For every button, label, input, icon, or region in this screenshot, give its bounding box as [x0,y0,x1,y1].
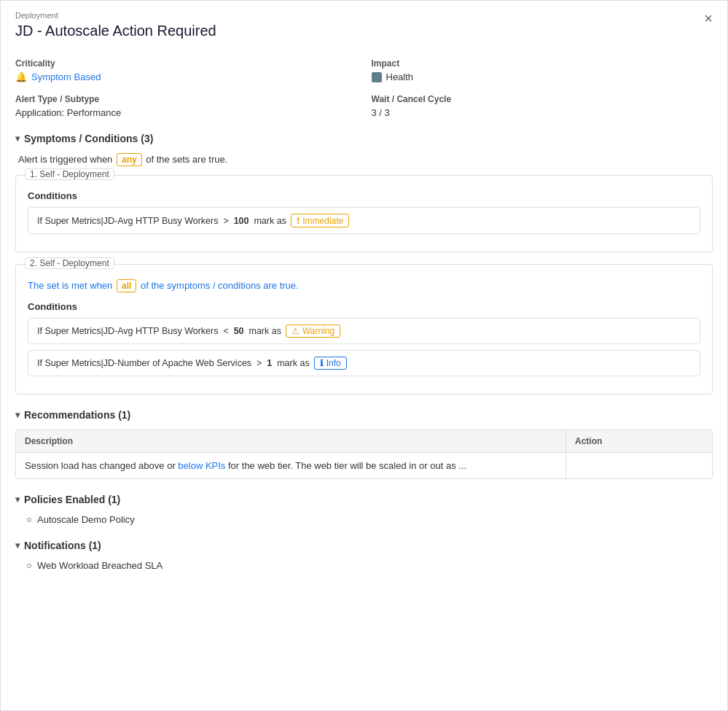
modal-header: Deployment JD - Autoscale Action Require… [1,1,727,47]
set-1-content: Conditions If Super Metrics|JD-Avg HTTP … [16,176,712,252]
notifications-chevron: ▾ [15,540,20,551]
set-2-meta-badge: all [117,279,136,292]
rec-description: Session load has changed above or below … [16,453,566,478]
recommendations-header[interactable]: ▾ Recommendations (1) [15,409,713,421]
wait-cancel-value: 3 / 3 [372,107,713,118]
set-2-meta-suffix: of the symptoms / conditions are true. [141,280,299,291]
policy-bullet [27,518,31,522]
impact-value: Health [372,71,713,82]
info-icon: ℹ [320,358,324,368]
symptoms-header[interactable]: ▾ Symptoms / Conditions (3) [15,133,713,144]
symptoms-label: Symptoms / Conditions (3) [24,133,153,144]
trigger-prefix: Alert is triggered when [18,154,112,165]
rec-action [566,453,712,478]
alert-type-label: Alert Type / Subtype [15,94,357,104]
recommendations-section: ▾ Recommendations (1) Description Action… [15,409,713,479]
notifications-header[interactable]: ▾ Notifications (1) [15,540,713,551]
rec-col-action: Action [566,430,712,452]
notifications-label: Notifications (1) [24,540,101,551]
modal-body: Criticality 🔔 Symptom Based Impact Healt… [1,47,727,597]
policy-item: Autoscale Demo Policy [27,514,713,525]
set-2-condition-1: If Super Metrics|JD-Avg HTTP Busy Worker… [28,318,700,344]
close-button[interactable]: × [704,11,713,26]
trigger-text: Alert is triggered when any of the sets … [15,153,713,166]
set-1-conditions-label: Conditions [28,190,700,201]
modal: Deployment JD - Autoscale Action Require… [0,0,728,711]
rec-table-header: Description Action [16,430,712,453]
wait-cancel-item: Wait / Cancel Cycle 3 / 3 [372,94,713,118]
set-2-label: 2. Self - Deployment [25,257,114,269]
symptoms-chevron: ▾ [15,133,20,144]
criticality-icon: 🔔 [15,71,27,82]
impact-label: Impact [372,58,713,69]
set-2-condition-1-text: If Super Metrics|JD-Avg HTTP Busy Worker… [37,326,281,336]
notification-item: Web Workload Breached SLA [27,560,713,571]
meta-grid: Criticality 🔔 Symptom Based Impact Healt… [15,58,713,118]
set-1-condition-1: If Super Metrics|JD-Avg HTTP Busy Worker… [28,207,700,234]
modal-label: Deployment [15,11,216,20]
modal-header-left: Deployment JD - Autoscale Action Require… [15,11,216,39]
warning-icon: ⚠ [291,326,300,336]
impact-text: Health [386,71,414,82]
modal-title: JD - Autoscale Action Required [15,23,216,39]
notifications-list: Web Workload Breached SLA [15,560,713,571]
immediate-icon: ! [297,215,300,226]
recommendations-label: Recommendations (1) [24,409,130,421]
symptoms-section: ▾ Symptoms / Conditions (3) Alert is tri… [15,133,713,395]
rec-table-row: Session load has changed above or below … [16,453,712,478]
alert-type-item: Alert Type / Subtype Application: Perfor… [15,94,357,118]
alert-type-value: Application: Performance [15,107,357,118]
info-text: Info [326,358,341,368]
trigger-badge: any [117,153,142,166]
set-1: 1. Self - Deployment Conditions If Super… [15,175,713,252]
set-1-label: 1. Self - Deployment [25,168,114,180]
notification-bullet [27,564,31,568]
warning-text: Warning [302,326,334,336]
info-badge: ℹ Info [314,357,347,370]
trigger-suffix: of the sets are true. [146,154,227,165]
policies-section: ▾ Policies Enabled (1) Autoscale Demo Po… [15,494,713,525]
rec-link[interactable]: below KPIs [178,460,225,471]
set-2: 2. Self - Deployment The set is met when… [15,264,713,395]
set-2-meta-text: The set is met when all of the symptoms … [28,279,700,292]
criticality-value: 🔔 Symptom Based [15,71,357,82]
set-1-condition-1-text: If Super Metrics|JD-Avg HTTP Busy Worker… [37,216,286,226]
criticality-label: Criticality [15,58,357,69]
criticality-item: Criticality 🔔 Symptom Based [15,58,357,82]
impact-item: Impact Health [372,58,713,82]
immediate-text: Immediate [302,216,343,226]
warning-badge: ⚠ Warning [286,325,340,338]
policies-label: Policies Enabled (1) [24,494,120,505]
recommendations-chevron: ▾ [15,410,20,420]
notification-text: Web Workload Breached SLA [37,560,163,571]
policies-header[interactable]: ▾ Policies Enabled (1) [15,494,713,505]
set-2-condition-2-text: If Super Metrics|JD-Number of Apache Web… [37,358,310,368]
immediate-badge: ! Immediate [291,214,349,228]
set-2-condition-2: If Super Metrics|JD-Number of Apache Web… [28,350,700,376]
notifications-section: ▾ Notifications (1) Web Workload Breache… [15,540,713,571]
wait-cancel-label: Wait / Cancel Cycle [372,94,713,104]
policies-chevron: ▾ [15,494,20,505]
set-2-content: The set is met when all of the symptoms … [16,265,712,394]
set-2-meta-prefix: The set is met when [28,280,112,291]
rec-col-description: Description [16,430,566,452]
criticality-text: Symptom Based [31,71,101,82]
policies-list: Autoscale Demo Policy [15,514,713,525]
health-icon [372,72,382,82]
policy-text: Autoscale Demo Policy [37,514,135,525]
recommendations-table: Description Action Session load has chan… [15,430,713,479]
set-2-conditions-label: Conditions [28,301,700,312]
